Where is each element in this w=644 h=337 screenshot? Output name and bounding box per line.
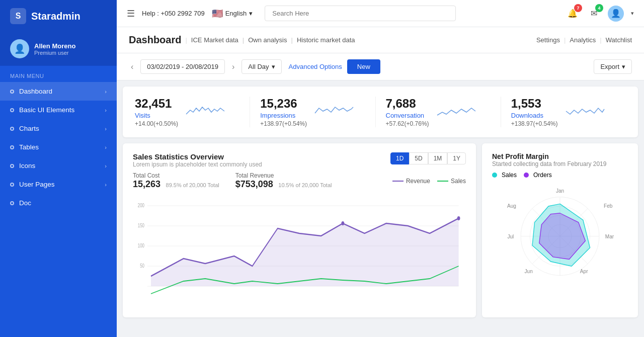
svg-text:Mar: Mar (605, 234, 614, 239)
nav-dot (10, 90, 14, 94)
svg-text:Apr: Apr (580, 269, 588, 274)
stat-conversation: 7,688 Conversation +57.62(+0.76%) (376, 97, 501, 127)
nav-dot (10, 127, 14, 131)
sales-statistics-card: Sales Statistics Overview Lorem ipsum is… (123, 143, 476, 317)
next-date-button[interactable]: › (230, 62, 236, 71)
stat-downloads: 1,553 Downloads +138.97(+0.54%) (501, 97, 626, 127)
radar-chart: Jan Feb Mar Apr May Jun Jul Aug (492, 179, 628, 289)
sparkline-downloads (565, 103, 605, 121)
total-cost-label: Total Cost (133, 172, 219, 179)
analytics-link[interactable]: Analytics (570, 36, 596, 44)
notifications-bell[interactable]: 🔔 7 (566, 7, 580, 21)
time-btn-1y[interactable]: 1Y (447, 152, 466, 164)
user-info: Allen Moreno Premium user (34, 42, 75, 56)
messages-mail[interactable]: ✉ 4 (587, 7, 601, 21)
stat-value: 7,688 (386, 97, 429, 111)
advanced-options-button[interactable]: Advanced Options (289, 63, 342, 70)
sales-chart-subtitle: Lorem ipsum is placeholder text commonly… (133, 161, 262, 168)
legend-orders-label: Orders (533, 172, 552, 179)
svg-point-10 (341, 221, 344, 225)
app-name: Staradmin (31, 11, 80, 22)
export-button[interactable]: Export ▾ (594, 59, 632, 74)
stat-impressions: 15,236 Impressions +138.97(+0.54%) (250, 97, 375, 127)
logo-icon: S (10, 8, 26, 24)
main-area: ☰ Help : +050 2992 709 🇺🇸 English ▾ 🔔 7 … (117, 0, 644, 337)
time-btn-1d[interactable]: 1D (390, 152, 409, 164)
legend-revenue: Revenue (406, 178, 430, 185)
sidebar-item-label: Doc (19, 199, 31, 207)
sidebar-logo: S Staradmin (0, 0, 117, 32)
prev-date-button[interactable]: ‹ (129, 62, 135, 71)
stat-change: +14.00(+0.50%) (135, 120, 178, 127)
nav-link-own[interactable]: Own analysis (248, 36, 287, 44)
sidebar-item-icons[interactable]: Icons › (0, 156, 117, 175)
topbar: ☰ Help : +050 2992 709 🇺🇸 English ▾ 🔔 7 … (117, 0, 644, 27)
nav-dot (10, 201, 14, 205)
chevron-right-icon: › (105, 107, 107, 113)
help-text: Help : +050 2992 709 (142, 10, 205, 17)
revenue-legend-line (392, 181, 404, 182)
nav-link-historic[interactable]: Historic market data (297, 36, 355, 44)
settings-link[interactable]: Settings (536, 36, 560, 44)
stats-row: 32,451 Visits +14.00(+0.50%) 15,236 Impr… (123, 87, 638, 137)
svg-text:50: 50 (140, 263, 144, 269)
sidebar-item-dashboard[interactable]: Dashboard › (0, 82, 117, 101)
svg-text:Jan: Jan (556, 188, 564, 194)
sidebar-item-label: Charts (19, 125, 39, 132)
hamburger-icon[interactable]: ☰ (127, 8, 135, 19)
sidebar-item-charts[interactable]: Charts › (0, 119, 117, 138)
language-selector[interactable]: 🇺🇸 English ▾ (212, 8, 253, 19)
chevron-right-icon: › (105, 182, 107, 188)
stat-label: Visits (135, 112, 178, 119)
user-dropdown-arrow-icon[interactable]: ▾ (631, 10, 634, 17)
user-avatar-top[interactable]: 👤 (608, 6, 624, 22)
sidebar-item-label: User Pages (19, 181, 55, 188)
watchlist-link[interactable]: Watchlist (606, 36, 632, 44)
svg-text:Jul: Jul (507, 234, 514, 239)
allday-button[interactable]: All Day ▾ (242, 59, 281, 74)
chart-legend: Revenue Sales (392, 178, 466, 185)
svg-text:Feb: Feb (604, 203, 613, 209)
net-profit-subtitle: Started collecting data from February 20… (492, 160, 628, 167)
sidebar-item-user-pages[interactable]: User Pages › (0, 175, 117, 194)
nav-dot (10, 164, 14, 168)
content-area: Dashboard | ICE Market data | Own analys… (117, 27, 644, 337)
search-input[interactable] (265, 6, 456, 21)
language-label: English (225, 10, 247, 17)
stat-value: 32,451 (135, 97, 178, 111)
time-btn-5d[interactable]: 5D (409, 152, 428, 164)
nav-dot (10, 145, 14, 149)
mail-badge: 4 (595, 4, 603, 12)
charts-row: Sales Statistics Overview Lorem ipsum is… (123, 143, 638, 317)
stat-label: Downloads (511, 112, 558, 119)
time-btn-1m[interactable]: 1M (428, 152, 448, 164)
svg-text:150: 150 (138, 222, 144, 229)
net-profit-title: Net Profit Margin (492, 152, 628, 160)
date-range-value: 03/02/2019 - 20/08/2019 (147, 63, 218, 70)
sparkline-conversation (436, 103, 476, 121)
bell-badge: 7 (574, 4, 582, 12)
sidebar-item-label: Icons (19, 162, 35, 170)
stat-value: 1,553 (511, 97, 558, 111)
legend-sales-label: Sales (502, 172, 517, 179)
sidebar-item-label: Basic UI Elements (19, 106, 74, 114)
sparkline-impressions (314, 103, 354, 121)
sales-chart-title: Sales Statistics Overview (133, 152, 262, 161)
menu-label: Main Menu (0, 66, 117, 82)
sidebar-item-basic-ui[interactable]: Basic UI Elements › (0, 101, 117, 119)
sales-dot (492, 173, 497, 178)
sidebar-item-doc[interactable]: Doc (0, 194, 117, 212)
total-cost-pct: 89.5% of 20,000 Total (166, 182, 219, 188)
nav-link-ice[interactable]: ICE Market data (191, 36, 238, 44)
stat-change: +57.62(+0.76%) (386, 120, 429, 127)
chevron-right-icon: › (105, 144, 107, 150)
toolbar: ‹ 03/02/2019 - 20/08/2019 › All Day ▾ Ad… (117, 53, 644, 80)
stat-change: +138.97(+0.54%) (260, 120, 307, 127)
total-revenue-label: Total Revenue (235, 172, 332, 179)
sidebar-item-tables[interactable]: Tables › (0, 138, 117, 156)
date-range-selector[interactable]: 03/02/2019 - 20/08/2019 (140, 59, 225, 74)
nav-dot (10, 108, 14, 112)
svg-text:Aug: Aug (507, 203, 516, 209)
new-button[interactable]: New (347, 59, 380, 74)
sparkline-visits (185, 103, 225, 121)
